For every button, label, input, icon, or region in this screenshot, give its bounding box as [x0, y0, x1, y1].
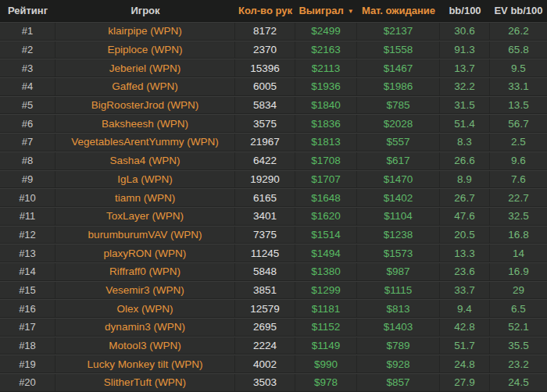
player-name-link[interactable]: Jeberiel (WPN): [55, 59, 235, 77]
table-row: #7 VegetablesArentYummy (WPN) 21967 $181…: [0, 133, 547, 151]
column-header-ev-usd[interactable]: Мат. ожидание: [357, 0, 440, 21]
table-row: #17 dynamin3 (WPN) 2695 $1152 $1403 42.8…: [0, 318, 547, 337]
bb100-cell: 33.7: [440, 282, 490, 299]
ev-bb100-cell: 29: [490, 282, 547, 299]
player-name-link[interactable]: Sasha4 (WPN): [55, 152, 235, 169]
player-name-link[interactable]: Baksheesh (WPN): [55, 115, 235, 132]
table-row: #18 Motool3 (WPN) 2224 $1149 $789 51.7 3…: [0, 337, 547, 355]
ev-bb100-cell: 2.5: [490, 134, 547, 151]
ev-usd-cell: $789: [357, 337, 440, 355]
column-header-ev-bb100[interactable]: EV bb/100: [490, 0, 547, 21]
column-header-ev-usd-label: Мат. ожидание: [362, 5, 435, 16]
rank-cell: #17: [0, 319, 55, 336]
rank-cell: #15: [0, 282, 55, 299]
hands-cell: 6165: [235, 189, 295, 206]
player-name-link[interactable]: VegetablesArentYummy (WPN): [55, 134, 235, 151]
ev-usd-cell: $1986: [357, 78, 440, 95]
table-row: #14 Riffraff0 (WPN) 5848 $1380 $987 23.6…: [0, 262, 547, 281]
column-header-bb100-label: bb/100: [449, 5, 481, 16]
leaderboard-table: Рейтинг Игрок Кол-во рук Выиграл ▼ Мат. …: [0, 0, 547, 392]
player-name-link[interactable]: dynamin3 (WPN): [55, 319, 235, 336]
player-name-link[interactable]: BigRoosterJrod (WPN): [55, 97, 235, 114]
player-name-link[interactable]: IgLa (WPN): [55, 171, 235, 188]
rank-cell: #3: [0, 59, 55, 77]
ev-usd-cell: $928: [357, 355, 440, 372]
table-row: #3 Jeberiel (WPN) 15396 $2113 $1467 13.7…: [0, 59, 547, 77]
ev-usd-cell: $2137: [357, 23, 440, 40]
rank-cell: #16: [0, 300, 55, 317]
rank-cell: #2: [0, 41, 55, 59]
player-name-link[interactable]: Lucky Monkey tilt (WPN): [55, 355, 235, 372]
rank-cell: #14: [0, 263, 55, 280]
ev-bb100-cell: 56.7: [490, 115, 547, 132]
ev-usd-cell: $1403: [357, 319, 440, 336]
hands-cell: 3401: [235, 208, 295, 225]
ev-bb100-cell: 6.5: [490, 300, 547, 317]
table-row: #4 Gaffed (WPN) 6005 $1936 $1986 32.2 33…: [0, 77, 547, 96]
player-name-link[interactable]: Riffraff0 (WPN): [55, 263, 235, 280]
hands-cell: 3503: [235, 374, 295, 391]
player-name-link[interactable]: ToxLayer (WPN): [55, 208, 235, 225]
player-name-link[interactable]: Epiploce (WPN): [55, 41, 235, 59]
ev-usd-cell: $1470: [357, 171, 440, 188]
player-name-link[interactable]: tiamn (WPN): [55, 189, 235, 206]
ev-usd-cell: $1467: [357, 59, 440, 77]
ev-bb100-cell: 16.9: [490, 263, 547, 280]
table-row: #20 SlitherTuft (WPN) 3503 $978 $857 27.…: [0, 373, 547, 392]
table-row: #6 Baksheesh (WPN) 3575 $1836 $2028 51.4…: [0, 114, 547, 133]
player-name-link[interactable]: SlitherTuft (WPN): [55, 374, 235, 391]
table-row: #10 tiamn (WPN) 6165 $1648 $1402 26.7 22…: [0, 188, 547, 207]
rank-cell: #1: [0, 23, 55, 40]
player-name-link[interactable]: plaxyRON (WPN): [55, 244, 235, 262]
player-name-link[interactable]: burumburumVAV (WPN): [55, 226, 235, 244]
hands-cell: 6005: [235, 78, 295, 95]
bb100-cell: 32.2: [440, 78, 490, 95]
won-cell: $1149: [295, 337, 357, 355]
column-header-player[interactable]: Игрок: [55, 0, 235, 21]
rank-cell: #20: [0, 374, 55, 391]
ev-bb100-cell: 23.2: [490, 355, 547, 372]
table-row: #8 Sasha4 (WPN) 6422 $1708 $617 26.6 9.6: [0, 151, 547, 170]
player-name-link[interactable]: Gaffed (WPN): [55, 78, 235, 95]
ev-usd-cell: $617: [357, 152, 440, 169]
column-header-bb100[interactable]: bb/100: [440, 0, 490, 21]
table-row: #13 plaxyRON (WPN) 11245 $1494 $1573 13.…: [0, 244, 547, 262]
column-header-hands-label: Кол-во рук: [238, 5, 292, 16]
column-header-won-label: Выиграл: [299, 5, 343, 16]
won-cell: $1299: [295, 282, 357, 299]
bb100-cell: 91.3: [440, 41, 490, 59]
player-name-link[interactable]: klairpipe (WPN): [55, 23, 235, 40]
won-cell: $2499: [295, 23, 357, 40]
player-name-link[interactable]: Vesemir3 (WPN): [55, 282, 235, 299]
rank-cell: #11: [0, 208, 55, 225]
column-header-won[interactable]: Выиграл ▼: [295, 0, 357, 21]
ev-bb100-cell: 32.5: [490, 208, 547, 225]
table-row: #1 klairpipe (WPN) 8172 $2499 $2137 30.6…: [0, 22, 547, 41]
bb100-cell: 8.9: [440, 171, 490, 188]
won-cell: $1707: [295, 171, 357, 188]
player-name-link[interactable]: Olex (WPN): [55, 300, 235, 317]
column-header-hands[interactable]: Кол-во рук: [235, 0, 295, 21]
ev-usd-cell: $1558: [357, 41, 440, 59]
player-name-link[interactable]: Motool3 (WPN): [55, 337, 235, 355]
table-row: #2 Epiploce (WPN) 2370 $2163 $1558 91.3 …: [0, 41, 547, 59]
column-header-ev-bb100-label: EV bb/100: [494, 5, 542, 16]
won-cell: $1152: [295, 319, 357, 336]
table-row: #5 BigRoosterJrod (WPN) 5834 $1840 $785 …: [0, 96, 547, 115]
bb100-cell: 23.6: [440, 263, 490, 280]
rank-cell: #10: [0, 189, 55, 206]
ev-bb100-cell: 9.5: [490, 59, 547, 77]
column-header-rank[interactable]: Рейтинг: [0, 0, 55, 21]
table-row: #19 Lucky Monkey tilt (WPN) 4002 $990 $9…: [0, 355, 547, 373]
ev-bb100-cell: 13.5: [490, 97, 547, 114]
ev-bb100-cell: 35.5: [490, 337, 547, 355]
hands-cell: 5834: [235, 97, 295, 114]
bb100-cell: 51.7: [440, 337, 490, 355]
ev-usd-cell: $1238: [357, 226, 440, 244]
hands-cell: 12579: [235, 300, 295, 317]
hands-cell: 2695: [235, 319, 295, 336]
rank-cell: #4: [0, 78, 55, 95]
won-cell: $1936: [295, 78, 357, 95]
table-row: #12 burumburumVAV (WPN) 7375 $1514 $1238…: [0, 226, 547, 244]
rank-cell: #13: [0, 244, 55, 262]
